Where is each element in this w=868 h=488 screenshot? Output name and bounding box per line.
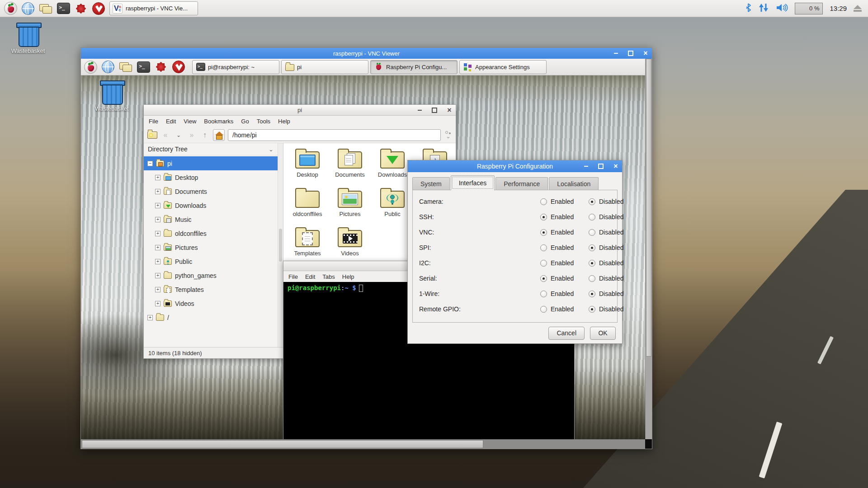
minimize-icon[interactable] <box>613 51 618 56</box>
maximize-icon[interactable] <box>598 164 604 169</box>
taskbar-window-button[interactable]: raspberrypi - VNC Vie... <box>109 1 198 15</box>
radio-icon[interactable] <box>540 260 547 267</box>
file-manager-icon[interactable] <box>39 2 52 15</box>
tree-item[interactable]: + Downloads <box>144 198 278 212</box>
menu-item[interactable]: File <box>288 273 298 280</box>
tree-item[interactable]: + Desktop <box>144 170 278 184</box>
minimize-icon[interactable] <box>417 108 422 113</box>
radio-icon[interactable] <box>589 214 595 221</box>
remote-wastebasket-icon[interactable]: Wastebasket <box>90 80 133 112</box>
home-icon[interactable] <box>213 129 225 141</box>
tree-item[interactable]: + Documents <box>144 184 278 198</box>
close-icon[interactable] <box>447 108 452 113</box>
tree-expander[interactable]: − <box>147 161 153 166</box>
terminal-icon[interactable] <box>57 2 70 15</box>
disabled-radio-option[interactable]: Disabled <box>589 259 623 267</box>
tab[interactable]: System <box>412 177 450 190</box>
web-browser-icon[interactable] <box>101 60 115 74</box>
radio-icon[interactable] <box>589 306 595 313</box>
enabled-radio-option[interactable]: Enabled <box>540 305 583 313</box>
radio-icon[interactable] <box>540 275 547 282</box>
new-tab-icon[interactable] <box>147 130 157 141</box>
vnc-vertical-scrollbar[interactable] <box>645 59 652 439</box>
menu-item[interactable]: Edit <box>166 118 176 125</box>
taskbar-window-button[interactable]: Raspberry Pi Configu... <box>370 60 458 74</box>
cancel-button[interactable]: Cancel <box>548 327 585 340</box>
radio-icon[interactable] <box>540 198 547 205</box>
tree-item[interactable]: + Public <box>144 254 278 268</box>
enabled-radio-option[interactable]: Enabled <box>540 259 583 267</box>
enabled-radio-option[interactable]: Enabled <box>540 244 583 251</box>
menu-item[interactable]: Go <box>241 118 249 125</box>
file-icon[interactable]: Desktop <box>286 149 329 188</box>
host-wastebasket-icon[interactable]: Wastebasket <box>6 23 50 54</box>
enabled-radio-option[interactable]: Enabled <box>540 275 583 282</box>
minimize-icon[interactable] <box>583 164 589 169</box>
tree-expander[interactable]: + <box>155 231 160 236</box>
enabled-radio-option[interactable]: Enabled <box>540 198 583 205</box>
tree-item[interactable]: + python_games <box>144 268 278 282</box>
web-browser-icon[interactable] <box>21 2 35 15</box>
forward-icon[interactable]: » <box>187 130 197 141</box>
fm-titlebar[interactable]: pi <box>144 105 456 116</box>
radio-icon[interactable] <box>589 198 595 205</box>
tab[interactable]: Interfaces <box>451 175 495 190</box>
taskbar-window-button[interactable]: pi@raspberrypi: ~ <box>192 60 279 74</box>
file-icon[interactable]: Pictures <box>329 188 371 227</box>
radio-icon[interactable] <box>589 244 595 251</box>
disabled-radio-option[interactable]: Disabled <box>589 305 623 313</box>
enabled-radio-option[interactable]: Enabled <box>540 213 583 221</box>
radio-icon[interactable] <box>589 229 595 236</box>
back-icon[interactable]: « <box>160 130 170 141</box>
raspberry-menu-icon[interactable] <box>84 60 97 74</box>
path-input[interactable] <box>228 129 441 141</box>
up-icon[interactable]: ↑ <box>200 130 210 141</box>
tab[interactable]: Performance <box>495 177 548 190</box>
disabled-radio-option[interactable]: Disabled <box>589 244 623 251</box>
menu-item[interactable]: View <box>184 118 196 125</box>
tree-expander[interactable]: + <box>155 245 160 250</box>
vnc-horizontal-scrollbar[interactable] <box>81 439 645 449</box>
menu-item[interactable]: File <box>149 118 158 125</box>
wolfram-icon[interactable] <box>172 60 185 74</box>
tree-item[interactable]: + / <box>144 310 278 324</box>
cpu-monitor[interactable]: 0 % <box>795 3 823 14</box>
maximize-icon[interactable] <box>432 108 437 113</box>
tree-item[interactable]: + Music <box>144 212 278 226</box>
tree-item[interactable]: + oldconffiles <box>144 226 278 240</box>
tree-expander[interactable]: + <box>155 175 160 180</box>
taskbar-window-button[interactable]: Appearance Settings <box>459 60 547 74</box>
menu-item[interactable]: Edit <box>305 273 315 280</box>
tree-expander[interactable]: + <box>147 315 153 320</box>
tab[interactable]: Localisation <box>549 177 599 190</box>
maximize-icon[interactable] <box>628 51 633 56</box>
radio-icon[interactable] <box>589 291 595 297</box>
tree-expander[interactable]: + <box>155 189 160 194</box>
disabled-radio-option[interactable]: Disabled <box>589 229 623 236</box>
tree-expander[interactable]: + <box>155 273 160 278</box>
volume-icon[interactable] <box>776 3 788 14</box>
disabled-radio-option[interactable]: Disabled <box>589 198 623 205</box>
tree-expander[interactable]: + <box>155 203 160 208</box>
menu-item[interactable]: Help <box>342 273 354 280</box>
file-manager-icon[interactable] <box>119 60 132 74</box>
history-dropdown-icon[interactable]: ⌄ <box>174 130 184 141</box>
sidebar-mode-dropdown[interactable]: Directory Tree ⌄ <box>144 143 278 155</box>
wolfram-icon[interactable] <box>92 2 105 15</box>
tree-item[interactable]: + Templates <box>144 282 278 296</box>
radio-icon[interactable] <box>589 260 595 267</box>
tree-expander[interactable]: + <box>155 287 160 292</box>
radio-icon[interactable] <box>540 244 547 251</box>
radio-icon[interactable] <box>589 275 595 282</box>
disabled-radio-option[interactable]: Disabled <box>589 290 623 297</box>
radio-icon[interactable] <box>540 291 547 297</box>
raspberry-menu-icon[interactable] <box>4 2 17 15</box>
radio-icon[interactable] <box>540 214 547 221</box>
tree-item[interactable]: − pi <box>144 156 278 170</box>
file-icon[interactable]: Documents <box>329 149 371 188</box>
menu-item[interactable]: Help <box>278 118 290 125</box>
bluetooth-icon[interactable] <box>745 3 751 14</box>
menu-item[interactable]: Tools <box>257 118 270 125</box>
ok-button[interactable]: OK <box>590 327 616 340</box>
close-icon[interactable] <box>613 164 618 169</box>
